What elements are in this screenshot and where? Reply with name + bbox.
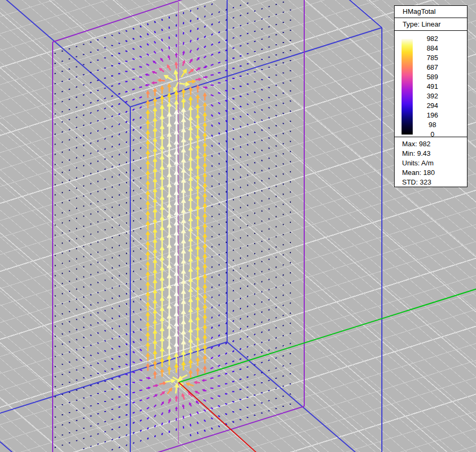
scale-value: 785	[414, 53, 451, 63]
scale-value: 0	[414, 130, 451, 139]
legend-scale-values: 982884785687589491392294196980	[414, 31, 451, 137]
stat-line: Units: A/m	[402, 158, 467, 168]
scale-value: 196	[414, 111, 451, 120]
scale-value: 294	[414, 101, 451, 111]
legend-title: HMagTotal	[395, 6, 467, 18]
stat-line: Min: 9.43	[402, 149, 467, 158]
stat-line: STD: 323	[402, 178, 467, 187]
legend-panel[interactable]: HMagTotal Type: Linear 98288478568758949…	[394, 5, 467, 187]
legend-stats: Max: 982Min: 9.43Units: A/mMean: 180STD:…	[395, 137, 467, 187]
scale-value: 884	[414, 44, 451, 53]
scale-value: 98	[414, 120, 451, 130]
legend-scale: 982884785687589491392294196980	[395, 31, 467, 137]
legend-colorbar[interactable]	[402, 39, 413, 135]
scale-value: 491	[414, 82, 451, 91]
scale-value: 982	[414, 34, 451, 44]
legend-scale-type: Type: Linear	[395, 18, 467, 31]
scale-value: 589	[414, 72, 451, 82]
scale-value: 392	[414, 91, 451, 101]
scale-value: 687	[414, 63, 451, 72]
stat-line: Max: 982	[402, 139, 467, 149]
3d-viewport[interactable]: HMagTotal Type: Linear 98288478568758949…	[0, 0, 476, 452]
vector-field-arrows	[54, 2, 291, 450]
stat-line: Mean: 180	[402, 168, 467, 178]
